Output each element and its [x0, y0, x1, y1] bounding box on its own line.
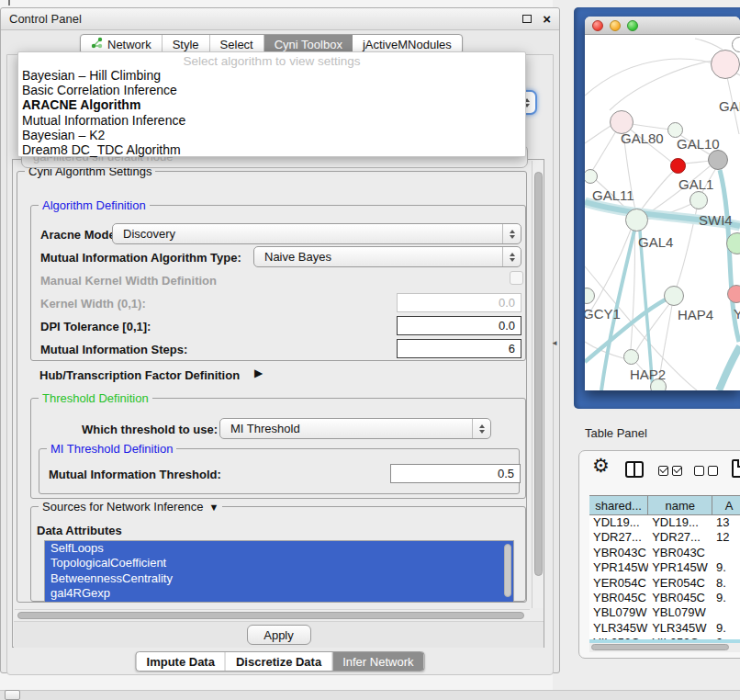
- tab-style[interactable]: Style: [163, 35, 210, 53]
- mi-threshold-field[interactable]: 0.5: [390, 464, 521, 483]
- network-node-gal1[interactable]: [670, 158, 686, 174]
- apply-row: Apply: [14, 621, 544, 648]
- network-node[interactable]: [708, 150, 728, 170]
- tab-cyni-toolbox[interactable]: Cyni Toolbox: [264, 35, 353, 53]
- deselect-all-checkboxes-icon[interactable]: [694, 466, 718, 476]
- tab-cyni-toolbox-label: Cyni Toolbox: [275, 38, 342, 51]
- aracne-mode-value: Discovery: [123, 227, 175, 241]
- float-window-icon[interactable]: [522, 15, 532, 23]
- dropdown-option[interactable]: Bayesian – K2: [18, 128, 525, 142]
- sources-collapse-arrow-icon[interactable]: ▼: [209, 502, 219, 513]
- tab-discretize-data[interactable]: Discretize Data: [226, 652, 332, 671]
- table-body: YDL19... YDL19... 13 YDR27... YDR27... 1…: [589, 515, 740, 639]
- column-header-partial[interactable]: A: [712, 496, 740, 514]
- network-node-gal4[interactable]: [625, 209, 648, 231]
- table-row[interactable]: YLR345W YLR345W 9.: [589, 621, 740, 636]
- attribute-item-selected[interactable]: gal4RGexp: [45, 586, 513, 601]
- hub-expand-arrow-icon[interactable]: ▶: [254, 367, 263, 379]
- table-panel-card: ⚙ shared... name A YDL19... YDL19... 13 …: [578, 450, 740, 659]
- tab-discretize-data-label: Discretize Data: [236, 655, 321, 669]
- table-row[interactable]: YER054C YER054C 8.: [589, 576, 740, 591]
- table-header-row: shared... name A: [589, 495, 740, 515]
- dropdown-option[interactable]: Basic Correlation Inference: [18, 83, 525, 97]
- combo-spinner-icon: [502, 247, 521, 266]
- mi-steps-field[interactable]: 6: [397, 339, 521, 358]
- algorithm-definition-group: Algorithm Definition Aracne Mode: Discov…: [30, 205, 526, 361]
- network-node-y[interactable]: [727, 285, 740, 303]
- minimized-panel-button[interactable]: [5, 690, 20, 700]
- aracne-mode-combo[interactable]: Discovery: [112, 223, 521, 244]
- mi-algorithm-type-label: Mutual Information Algorithm Type:: [40, 251, 241, 265]
- network-view-selection-frame: GAL GAL80 GAL10 GAL1 GAL11 SWI4 GAL4 GCY…: [574, 7, 740, 409]
- split-columns-icon[interactable]: [625, 461, 644, 478]
- table-horizontal-scrollbar[interactable]: [589, 643, 740, 652]
- network-window[interactable]: GAL GAL80 GAL10 GAL1 GAL11 SWI4 GAL4 GCY…: [585, 17, 740, 390]
- tab-select-label: Select: [220, 38, 253, 51]
- tab-impute-data[interactable]: Impute Data: [137, 652, 226, 671]
- cell: YBR043C: [589, 546, 648, 560]
- column-header-shared[interactable]: shared...: [589, 496, 648, 514]
- which-threshold-combo[interactable]: MI Threshold: [219, 418, 491, 439]
- network-icon: [91, 37, 103, 51]
- tab-infer-network[interactable]: Infer Network: [332, 652, 423, 671]
- tab-select[interactable]: Select: [210, 35, 264, 53]
- table-row[interactable]: YDL19... YDL19... 13: [589, 515, 740, 530]
- table-panel-title: Table Panel: [585, 426, 647, 440]
- tab-style-label: Style: [173, 38, 199, 51]
- apply-button[interactable]: Apply: [247, 625, 311, 645]
- cell: YDL19...: [648, 515, 712, 530]
- dropdown-option-selected[interactable]: ARACNE Algorithm: [18, 97, 525, 112]
- settings-horizontal-scrollbar[interactable]: [15, 609, 530, 620]
- zoom-traffic-light-icon[interactable]: [627, 20, 638, 31]
- split-pane-collapse-arrow-icon[interactable]: ◄: [551, 339, 558, 347]
- hub-definition-label: Hub/Transcription Factor Definition: [39, 368, 240, 382]
- dropdown-option[interactable]: Bayesian – Hill Climbing: [18, 68, 525, 83]
- network-node-hap4[interactable]: [664, 286, 684, 306]
- manual-kernel-checkbox[interactable]: [510, 271, 523, 285]
- top-left-tick: [8, 0, 10, 6]
- node-label: GAL4: [638, 234, 673, 250]
- minimize-traffic-light-icon[interactable]: [610, 20, 621, 31]
- kernel-width-value: 0.0: [499, 296, 515, 310]
- dpi-tolerance-field[interactable]: 0.0: [397, 316, 521, 335]
- table-hscroll-thumb[interactable]: [591, 644, 729, 650]
- table-row[interactable]: YBR045C YBR045C 9.: [589, 591, 740, 605]
- settings-hscroll-thumb[interactable]: [17, 612, 524, 619]
- network-node-hap2[interactable]: [623, 349, 639, 365]
- tab-jactivemnodules-label: jActiveMNodules: [363, 38, 452, 51]
- tab-network[interactable]: Network: [81, 35, 163, 53]
- cell: YBR043C: [648, 546, 712, 560]
- cell: 9.: [712, 621, 740, 636]
- dropdown-option[interactable]: Mutual Information Inference: [18, 113, 525, 128]
- close-traffic-light-icon[interactable]: [592, 20, 603, 31]
- tab-infer-network-label: Infer Network: [342, 655, 413, 669]
- gear-icon[interactable]: ⚙: [592, 455, 610, 477]
- table-row[interactable]: YPR145W YPR145W 9.: [589, 560, 740, 575]
- mi-algorithm-type-combo[interactable]: Naive Bayes: [253, 246, 521, 267]
- attribute-item-selected[interactable]: TopologicalCoefficient: [45, 556, 513, 570]
- attribute-item-selected[interactable]: BetweennessCentrality: [45, 571, 513, 586]
- app-root: Control Panel × Network Style Select Cyn…: [0, 0, 740, 700]
- table-row[interactable]: YBR043C YBR043C: [589, 546, 740, 560]
- table-row[interactable]: YDR27... YDR27... 12: [589, 530, 740, 545]
- attributes-list-scrollbar[interactable]: [504, 544, 511, 597]
- network-node-gal[interactable]: [711, 50, 740, 79]
- node-label: GAL1: [678, 176, 713, 192]
- settings-vertical-scrollbar[interactable]: [532, 161, 544, 608]
- select-all-checkboxes-icon[interactable]: [658, 466, 682, 476]
- attribute-item-selected[interactable]: SelfLoops: [45, 541, 513, 556]
- algorithm-definition-legend: Algorithm Definition: [39, 198, 150, 212]
- settings-vscroll-thumb[interactable]: [534, 172, 543, 576]
- table-row[interactable]: YBL079W YBL079W: [589, 605, 740, 620]
- tab-jactivemnodules[interactable]: jActiveMNodules: [353, 35, 462, 53]
- page-icon[interactable]: [732, 459, 740, 478]
- column-header-name[interactable]: name: [648, 496, 712, 514]
- mi-threshold-label: Mutual Information Threshold:: [49, 468, 221, 481]
- network-canvas[interactable]: GAL GAL80 GAL10 GAL1 GAL11 SWI4 GAL4 GCY…: [585, 35, 740, 390]
- algorithm-dropdown-list: Select algorithm to view settings Bayesi…: [17, 51, 526, 157]
- node-label: HAP2: [630, 367, 666, 382]
- dropdown-option[interactable]: Dream8 DC_TDC Algorithm: [18, 142, 525, 157]
- close-icon[interactable]: ×: [543, 12, 551, 26]
- network-node-swi4[interactable]: [690, 191, 708, 209]
- kernel-width-field[interactable]: 0.0: [397, 293, 521, 312]
